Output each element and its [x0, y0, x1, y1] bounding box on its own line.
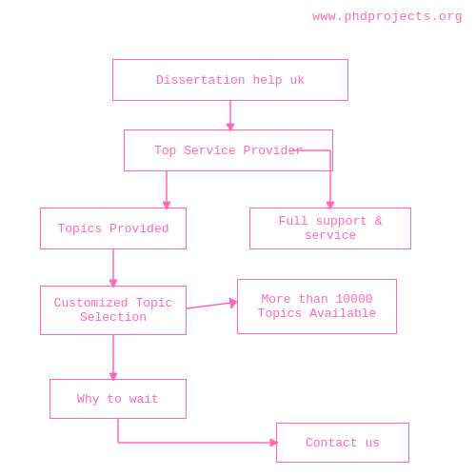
top-service-label: Top Service Provider [154, 144, 303, 158]
svg-marker-10 [229, 298, 237, 308]
svg-line-9 [187, 303, 231, 308]
topics-provided-label: Topics Provided [57, 222, 169, 236]
dissertation-label: Dissertation help uk [156, 73, 305, 88]
topics-provided-box: Topics Provided [40, 208, 187, 249]
why-wait-box: Why to wait [50, 379, 187, 419]
contact-us-box: Contact us [276, 423, 409, 463]
customized-topic-box: Customized Topic Selection [40, 286, 187, 335]
full-support-label: Full support & service [258, 214, 403, 243]
dissertation-box: Dissertation help uk [112, 59, 348, 101]
full-support-box: Full support & service [249, 208, 411, 249]
top-service-box: Top Service Provider [124, 129, 333, 171]
more-than-label: More than 10000 Topics Available [258, 292, 377, 321]
website-url: www.phdprojects.org [312, 10, 463, 24]
more-than-box: More than 10000 Topics Available [237, 279, 397, 334]
contact-us-label: Contact us [306, 436, 380, 450]
customized-topic-label: Customized Topic Selection [54, 296, 173, 325]
why-wait-label: Why to wait [77, 392, 159, 407]
